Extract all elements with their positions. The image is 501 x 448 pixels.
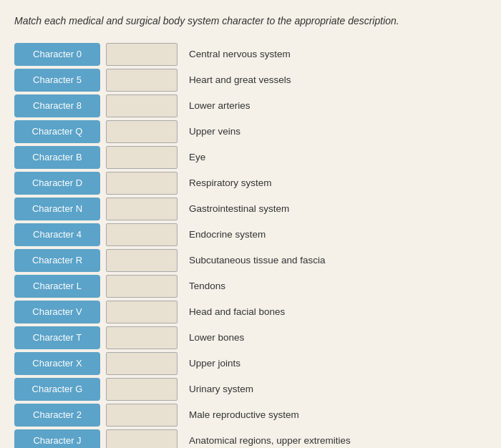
description-item-desc-6: Respiratory system <box>183 172 487 195</box>
description-item-desc-11: Head and facial bones <box>183 301 487 323</box>
answer-box-15[interactable] <box>106 429 177 448</box>
character-label-char-4[interactable]: Character 4 <box>14 223 100 246</box>
answer-box-0[interactable] <box>106 43 177 66</box>
description-item-desc-7: Gastrointestinal system <box>183 198 487 220</box>
characters-column: Character 0Character 5Character 8Charact… <box>14 43 100 448</box>
character-label-char-T[interactable]: Character T <box>14 326 100 349</box>
answer-box-12[interactable] <box>106 352 177 375</box>
description-item-desc-15: Male reproductive system <box>183 404 487 427</box>
answer-box-3[interactable] <box>106 120 177 143</box>
answer-box-1[interactable] <box>106 69 177 92</box>
instruction-text: Match each medical and surgical body sys… <box>14 14 487 29</box>
character-label-char-X[interactable]: Character X <box>14 352 100 375</box>
description-item-desc-10: Tendons <box>183 275 487 298</box>
description-item-desc-3: Lower arteries <box>183 94 487 117</box>
answer-box-8[interactable] <box>106 249 177 272</box>
character-label-char-5[interactable]: Character 5 <box>14 69 100 92</box>
character-label-char-D[interactable]: Character D <box>14 172 100 195</box>
answer-box-7[interactable] <box>106 223 177 246</box>
descriptions-column: Central nervous systemHeart and great ve… <box>183 43 487 448</box>
description-item-desc-13: Upper joints <box>183 352 487 375</box>
answer-box-6[interactable] <box>106 198 177 220</box>
character-label-char-V[interactable]: Character V <box>14 301 100 323</box>
description-item-desc-5: Eye <box>183 146 487 169</box>
answer-box-14[interactable] <box>106 404 177 427</box>
answer-box-4[interactable] <box>106 146 177 169</box>
description-item-desc-4: Upper veins <box>183 120 487 143</box>
character-label-char-R[interactable]: Character R <box>14 249 100 272</box>
description-item-desc-16: Anatomical regions, upper extremities <box>183 429 487 448</box>
character-label-char-B[interactable]: Character B <box>14 146 100 169</box>
description-item-desc-12: Lower bones <box>183 326 487 349</box>
description-item-desc-1: Central nervous system <box>183 43 487 66</box>
character-label-char-N[interactable]: Character N <box>14 198 100 220</box>
answer-box-11[interactable] <box>106 326 177 349</box>
character-label-char-2[interactable]: Character 2 <box>14 404 100 427</box>
description-item-desc-9: Subcutaneous tissue and fascia <box>183 249 487 272</box>
character-label-char-L[interactable]: Character L <box>14 275 100 298</box>
description-item-desc-14: Urinary system <box>183 378 487 401</box>
character-label-char-8[interactable]: Character 8 <box>14 94 100 117</box>
character-label-char-J[interactable]: Character J <box>14 429 100 448</box>
answer-box-13[interactable] <box>106 378 177 401</box>
character-label-char-G[interactable]: Character G <box>14 378 100 401</box>
character-label-char-0[interactable]: Character 0 <box>14 43 100 66</box>
boxes-column <box>106 43 177 448</box>
answer-box-9[interactable] <box>106 275 177 298</box>
answer-box-5[interactable] <box>106 172 177 195</box>
answer-box-2[interactable] <box>106 94 177 117</box>
description-item-desc-8: Endocrine system <box>183 223 487 246</box>
description-item-desc-2: Heart and great vessels <box>183 69 487 92</box>
answer-box-10[interactable] <box>106 301 177 323</box>
character-label-char-Q[interactable]: Character Q <box>14 120 100 143</box>
matching-container: Character 0Character 5Character 8Charact… <box>14 43 487 448</box>
